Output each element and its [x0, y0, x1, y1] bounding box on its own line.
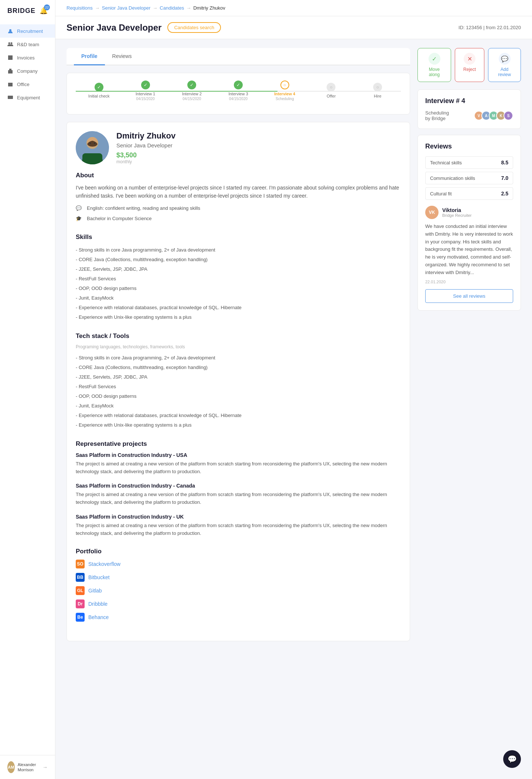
pipeline-step-hire[interactable]: ○ Hire: [354, 83, 401, 99]
sidebar-item-equipment[interactable]: Equipment: [0, 91, 55, 104]
tech-item: - Experience with relational databases, …: [76, 411, 401, 420]
see-all-reviews-button[interactable]: See all reviews: [425, 289, 513, 303]
project-uk-desc: The project is aimed at creating a new v…: [76, 522, 401, 537]
scheduling-row: Schedulingby Bridge V A M K S: [425, 110, 513, 121]
logout-icon[interactable]: →: [42, 764, 48, 770]
profile-tabs: Profile Reviews: [66, 48, 410, 65]
gitlab-link[interactable]: Gitlab: [88, 588, 102, 594]
step-label-offer: Offer: [327, 94, 335, 98]
sidebar-item-recruitment[interactable]: Recruitment: [0, 24, 55, 38]
step-date-i3: 04/15/2020: [229, 97, 248, 101]
step-circle-initial: ✓: [95, 83, 103, 92]
tab-reviews[interactable]: Reviews: [105, 48, 139, 65]
page-title: Senior Java Developer: [66, 23, 161, 33]
interview-title: Interview # 4: [425, 97, 513, 105]
breadcrumb-position[interactable]: Senior Java Developer: [102, 5, 151, 11]
project-canada: Saas Platform in Construction Industry -…: [76, 483, 401, 506]
chat-fab-button[interactable]: 💬: [503, 750, 521, 768]
logo-text: BRIDGE: [7, 7, 35, 15]
reviewer-name: Viktoria: [442, 207, 471, 213]
stackoverflow-link[interactable]: Stackoverflow: [88, 561, 120, 567]
svg-point-10: [89, 143, 91, 144]
skill-item: - Experience with relational databases, …: [76, 303, 401, 312]
notification-bell[interactable]: 🔔 22: [40, 7, 48, 15]
stackoverflow-icon: SO: [76, 560, 85, 568]
portfolio-stackoverflow: SO Stackoverflow: [76, 560, 401, 568]
communication-skills-label: Communication skills: [430, 175, 475, 181]
bitbucket-link[interactable]: Bitbucket: [88, 574, 110, 580]
pipeline-step-interview3[interactable]: ✓ Interview 3 04/15/2020: [215, 81, 262, 101]
tech-item: - Experience with Unix-like operating sy…: [76, 420, 401, 430]
svg-point-1: [8, 42, 10, 44]
tech-item: - Strong skills in core Java programming…: [76, 353, 401, 363]
candidate-name: Dmitriy Zhukov: [116, 131, 401, 141]
page-header: Senior Java Developer Candidates search …: [55, 16, 532, 39]
fact-education: 🎓 Bachelor in Computer Science: [76, 216, 401, 223]
pipeline-step-offer[interactable]: ○ Offer: [308, 83, 355, 99]
tech-stack-title: Tech stack / Tools: [76, 332, 401, 340]
project-usa: Saas Platform in Construction Industry -…: [76, 452, 401, 476]
svg-rect-12: [82, 153, 102, 164]
add-review-button[interactable]: 💬 Add review: [488, 48, 521, 82]
move-along-button[interactable]: ✓ Move along: [417, 48, 451, 82]
skill-item: - OOP, OOD design patterns: [76, 284, 401, 293]
step-label-hire: Hire: [374, 94, 381, 98]
step-label-i2: Interview 2: [182, 92, 202, 96]
step-circle-i3: ✓: [234, 81, 243, 89]
candidates-search-button[interactable]: Candidates search: [167, 22, 221, 33]
step-date-i1: 04/15/2020: [136, 97, 155, 101]
about-title: About: [76, 172, 401, 179]
salary-period: monthly: [116, 159, 401, 164]
projects-title: Representative projects: [76, 440, 401, 448]
pipeline-step-interview4[interactable]: ○ Interview 4 Scheduling: [262, 81, 308, 101]
breadcrumb-candidates[interactable]: Candidates: [160, 5, 184, 11]
sidebar-item-invoices[interactable]: Invoices: [0, 51, 55, 64]
skills-section: Skills - Strong skills in core Java prog…: [76, 233, 401, 322]
candidate-role: Senior Java Developer: [116, 142, 401, 148]
action-buttons: ✓ Move along ✕ Reject 💬 Add review: [417, 48, 521, 82]
pipeline-step-interview2[interactable]: ✓ Interview 2 04/15/2020: [168, 81, 215, 101]
pipeline-step-interview1[interactable]: ✓ Interview 1 04/15/2020: [122, 81, 169, 101]
fact-education-text: Bachelor in Computer Science: [87, 216, 152, 221]
cultural-fit-label: Cultural fit: [430, 191, 452, 197]
comment-text: We have conducted an initial interview w…: [425, 223, 513, 277]
interview-card: Interview # 4 Schedulingby Bridge V A M …: [417, 89, 521, 129]
pipeline-step-initial[interactable]: ✓ Initial check: [76, 83, 122, 99]
move-along-icon: ✓: [429, 53, 440, 65]
sidebar-item-office[interactable]: Office: [0, 78, 55, 91]
skill-item: - CORE Java (Collections, multithreading…: [76, 255, 401, 264]
reject-button[interactable]: ✕ Reject: [455, 48, 484, 82]
skill-item: - J2EE, Servlets, JSP, JDBC, JPA: [76, 264, 401, 274]
portfolio-title: Portfolio: [76, 548, 401, 555]
technical-skills-value: 8.5: [501, 160, 508, 165]
portfolio-behance: Be Behance: [76, 613, 401, 622]
chat-icon: 💬: [508, 755, 517, 763]
user-name: Alexander Morrison: [18, 762, 40, 773]
skill-item: - Strong skills in core Java programming…: [76, 245, 401, 255]
projects-section: Representative projects Saas Platform in…: [76, 440, 401, 537]
reviewer-role: Bridge Recruiter: [442, 213, 471, 218]
communication-skills-value: 7.0: [501, 175, 508, 181]
portfolio-section: Portfolio SO Stackoverflow BB Bitbucket …: [76, 548, 401, 622]
scheduling-label: Schedulingby Bridge: [425, 110, 449, 121]
reviewer-avatar: VK: [425, 206, 439, 219]
step-circle-offer: ○: [327, 83, 335, 92]
sidebar-item-company[interactable]: Company: [0, 64, 55, 78]
tech-item: - OOP, OOD design patterns: [76, 392, 401, 401]
sidebar-item-rd-team[interactable]: R&D team: [0, 38, 55, 51]
gitlab-icon: GL: [76, 586, 85, 595]
reviews-title: Reviews: [425, 143, 513, 150]
behance-link[interactable]: Behance: [88, 614, 109, 620]
breadcrumb-requisitions[interactable]: Requisitions: [66, 5, 93, 11]
technical-skills-label: Technical skills: [430, 160, 462, 165]
step-circle-i1: ✓: [141, 81, 150, 89]
bitbucket-icon: BB: [76, 573, 85, 582]
add-review-icon: 💬: [499, 53, 511, 65]
reviewer-row: VK Viktoria Bridge Recruiter: [425, 206, 513, 219]
tab-profile[interactable]: Profile: [74, 48, 105, 65]
tech-item: - Junit, EasyMock: [76, 401, 401, 411]
project-usa-name: Saas Platform in Construction Industry -…: [76, 452, 401, 458]
skill-item: - Junit, EasyMock: [76, 293, 401, 303]
dribbble-link[interactable]: Dribbble: [88, 601, 108, 607]
project-canada-desc: The project is aimed at creating a new v…: [76, 491, 401, 506]
